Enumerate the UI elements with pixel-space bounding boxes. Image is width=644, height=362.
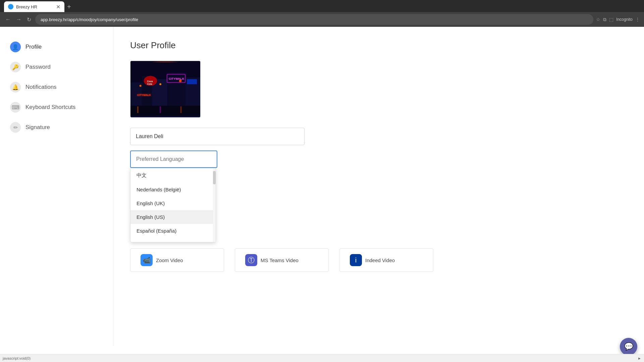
teams-integration-button[interactable]: Ⓣ MS Teams Video bbox=[235, 248, 329, 272]
sidebar-item-signature[interactable]: ✏ Signature bbox=[0, 117, 113, 137]
address-bar: ← → ↻ ☆ ⧉ ⬚ Incognito ⋮ bbox=[0, 12, 644, 27]
svg-point-13 bbox=[159, 83, 161, 85]
svg-text:Cola: Cola bbox=[147, 83, 152, 85]
language-dropdown-menu: 中文 Nederlands (België) English (UK) Engl… bbox=[130, 168, 216, 242]
notifications-icon: 🔔 bbox=[10, 82, 21, 93]
svg-rect-17 bbox=[137, 107, 139, 113]
teams-label: MS Teams Video bbox=[261, 257, 299, 263]
reload-button[interactable]: ↻ bbox=[25, 15, 33, 24]
sidebar-item-password[interactable]: 🔑 Password bbox=[0, 57, 113, 77]
name-input[interactable] bbox=[130, 128, 305, 145]
profile-icon[interactable]: ⬚ bbox=[609, 17, 613, 22]
svg-rect-19 bbox=[180, 107, 182, 113]
svg-point-14 bbox=[179, 79, 182, 82]
indeed-label: Indeed Video bbox=[365, 257, 395, 263]
svg-rect-15 bbox=[187, 79, 197, 84]
password-icon: 🔑 bbox=[10, 62, 21, 72]
sidebar-label-notifications: Notifications bbox=[25, 84, 57, 90]
address-input[interactable] bbox=[35, 14, 593, 25]
sidebar-item-notifications[interactable]: 🔔 Notifications bbox=[0, 77, 113, 97]
incognito-label: Incognito bbox=[616, 17, 633, 22]
tab-close-button[interactable]: ✕ bbox=[56, 4, 60, 10]
language-option-nl-be[interactable]: Nederlands (België) bbox=[130, 183, 216, 196]
signature-icon: ✏ bbox=[10, 122, 21, 133]
address-icons: ☆ ⧉ ⬚ Incognito ⋮ bbox=[596, 17, 640, 22]
active-tab[interactable]: Breezy HR ✕ bbox=[4, 1, 64, 12]
profile-photo: CITYWALK Coca Cola CITYWALK bbox=[130, 61, 200, 117]
keyboard-icon: ⌨ bbox=[10, 102, 21, 113]
language-input[interactable] bbox=[130, 150, 217, 168]
language-option-en-uk[interactable]: English (UK) bbox=[130, 196, 216, 210]
tab-favicon bbox=[8, 4, 13, 9]
tab-bar: Breezy HR ✕ + bbox=[0, 0, 644, 12]
sidebar-label-password: Password bbox=[25, 64, 51, 70]
zoom-integration-button[interactable]: 📹 Zoom Video bbox=[130, 248, 224, 272]
sidebar-label-keyboard: Keyboard Shortcuts bbox=[25, 104, 75, 111]
sidebar: 👤 Profile 🔑 Password 🔔 Notifications ⌨ K… bbox=[0, 27, 113, 346]
sidebar-item-profile[interactable]: 👤 Profile bbox=[0, 37, 113, 57]
teams-icon: Ⓣ bbox=[245, 254, 257, 266]
language-option-zh[interactable]: 中文 bbox=[130, 168, 216, 183]
language-dropdown-container: 中文 Nederlands (België) English (UK) Engl… bbox=[130, 150, 217, 168]
page-title: User Profile bbox=[130, 40, 627, 51]
back-button[interactable]: ← bbox=[4, 15, 12, 24]
zoom-label: Zoom Video bbox=[156, 257, 183, 263]
name-field-container bbox=[130, 128, 627, 145]
profile-photo-area[interactable]: CITYWALK Coca Cola CITYWALK bbox=[130, 61, 201, 118]
main-content: User Profile CITYWALK C bbox=[113, 27, 644, 346]
tab-label: Breezy HR bbox=[16, 4, 37, 9]
forward-button[interactable]: → bbox=[15, 15, 23, 24]
dropdown-scrollbar-thumb[interactable] bbox=[213, 171, 216, 184]
language-option-es[interactable]: Español (España) bbox=[130, 224, 216, 238]
zoom-icon: 📹 bbox=[141, 254, 153, 266]
language-option-fr-ca[interactable]: Français (Canada) bbox=[130, 238, 216, 242]
menu-icon[interactable]: ⋮ bbox=[635, 17, 640, 22]
extensions-icon[interactable]: ⧉ bbox=[603, 17, 606, 22]
profile-icon: 👤 bbox=[10, 42, 21, 52]
language-dropdown-scroll[interactable]: 中文 Nederlands (België) English (UK) Engl… bbox=[130, 168, 216, 242]
indeed-integration-button[interactable]: i Indeed Video bbox=[339, 248, 433, 272]
app-container: 👤 Profile 🔑 Password 🔔 Notifications ⌨ K… bbox=[0, 27, 644, 346]
indeed-icon: i bbox=[350, 254, 362, 266]
sidebar-label-profile: Profile bbox=[25, 44, 42, 50]
sidebar-label-signature: Signature bbox=[25, 124, 50, 131]
svg-text:Coca: Coca bbox=[147, 80, 153, 82]
svg-rect-18 bbox=[160, 107, 161, 113]
svg-rect-16 bbox=[130, 106, 200, 116]
integration-bar: 📹 Zoom Video Ⓣ MS Teams Video i Indeed V… bbox=[130, 248, 627, 272]
language-option-en-us[interactable]: English (US) bbox=[130, 210, 216, 224]
svg-text:CITYWALK: CITYWALK bbox=[137, 94, 151, 97]
language-field-container: 中文 Nederlands (België) English (UK) Engl… bbox=[130, 150, 627, 168]
svg-text:CITYWALK: CITYWALK bbox=[169, 77, 184, 80]
sidebar-item-keyboard[interactable]: ⌨ Keyboard Shortcuts bbox=[0, 97, 113, 117]
new-tab-button[interactable]: + bbox=[67, 1, 71, 12]
bookmark-icon[interactable]: ☆ bbox=[596, 17, 600, 22]
dropdown-scrollbar-track bbox=[213, 168, 216, 242]
svg-point-12 bbox=[140, 85, 142, 87]
